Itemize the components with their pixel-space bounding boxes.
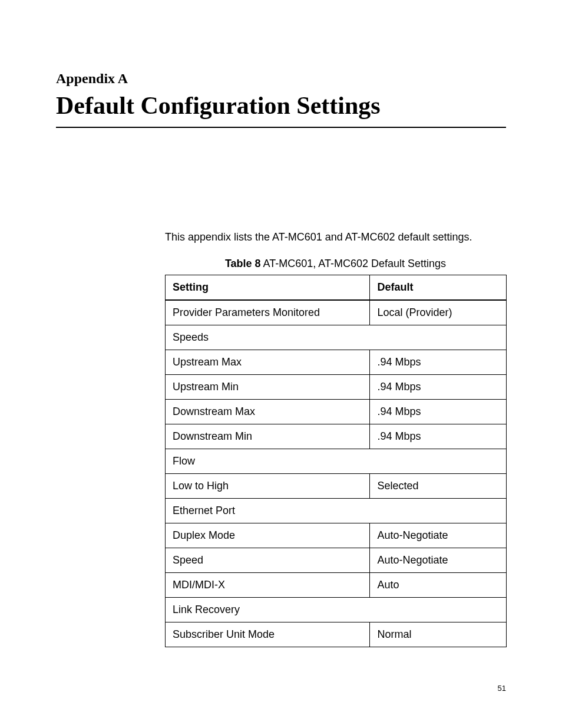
table-caption-label: Table 8	[225, 258, 261, 269]
table-cell-setting: Upstream Min	[166, 375, 370, 400]
table-cell-setting: Subscriber Unit Mode	[166, 622, 370, 647]
table-row: Subscriber Unit ModeNormal	[166, 622, 507, 647]
table-row: Duplex ModeAuto-Negotiate	[166, 523, 507, 548]
table-cell-default: Selected	[370, 474, 507, 499]
appendix-label: Appendix A	[56, 71, 506, 87]
table-cell-default: Auto-Negotiate	[370, 523, 507, 548]
table-cell-default: .94 Mbps	[370, 375, 507, 400]
table-caption: Table 8 AT-MC601, AT-MC602 Default Setti…	[165, 258, 506, 270]
table-row: Upstream Max.94 Mbps	[166, 350, 507, 375]
page-number: 51	[498, 684, 506, 693]
table-cell-default: .94 Mbps	[370, 424, 507, 449]
table-cell-setting: Speed	[166, 548, 370, 573]
table-row: Provider Parameters MonitoredLocal (Prov…	[166, 300, 507, 325]
page-content: Appendix A Default Configuration Setting…	[0, 0, 562, 647]
table-cell-default: Auto	[370, 573, 507, 598]
table-row: Ethernet Port	[166, 499, 507, 523]
table-caption-text: AT-MC601, AT-MC602 Default Settings	[261, 258, 446, 269]
table-row: Flow	[166, 449, 507, 474]
table-row: SpeedAuto-Negotiate	[166, 548, 507, 573]
table-cell-default: Normal	[370, 622, 507, 647]
table-row: Upstream Min.94 Mbps	[166, 375, 507, 400]
table-cell-setting: Downstream Max	[166, 400, 370, 424]
page-title: Default Configuration Settings	[56, 91, 506, 128]
settings-table: Setting Default Provider Parameters Moni…	[165, 275, 507, 647]
table-cell-default: Auto-Negotiate	[370, 548, 507, 573]
table-header-setting: Setting	[166, 275, 370, 301]
table-cell-default: .94 Mbps	[370, 350, 507, 375]
table-cell-setting: Downstream Min	[166, 424, 370, 449]
table-cell-setting: Link Recovery	[166, 598, 507, 622]
table-cell-setting: MDI/MDI-X	[166, 573, 370, 598]
table-header-row: Setting Default	[166, 275, 507, 301]
table-row: Downstream Max.94 Mbps	[166, 400, 507, 424]
table-cell-setting: Ethernet Port	[166, 499, 507, 523]
table-cell-setting: Upstream Max	[166, 350, 370, 375]
table-header-default: Default	[370, 275, 507, 301]
table-body: Provider Parameters MonitoredLocal (Prov…	[166, 300, 507, 647]
intro-paragraph: This appendix lists the AT-MC601 and AT-…	[165, 231, 506, 243]
table-row: Low to HighSelected	[166, 474, 507, 499]
table-cell-setting: Speeds	[166, 325, 507, 350]
table-cell-default: Local (Provider)	[370, 300, 507, 325]
table-row: Downstream Min.94 Mbps	[166, 424, 507, 449]
table-cell-setting: Provider Parameters Monitored	[166, 300, 370, 325]
table-row: Link Recovery	[166, 598, 507, 622]
table-cell-setting: Low to High	[166, 474, 370, 499]
table-row: Speeds	[166, 325, 507, 350]
table-cell-default: .94 Mbps	[370, 400, 507, 424]
table-row: MDI/MDI-XAuto	[166, 573, 507, 598]
table-cell-setting: Duplex Mode	[166, 523, 370, 548]
table-cell-setting: Flow	[166, 449, 507, 474]
